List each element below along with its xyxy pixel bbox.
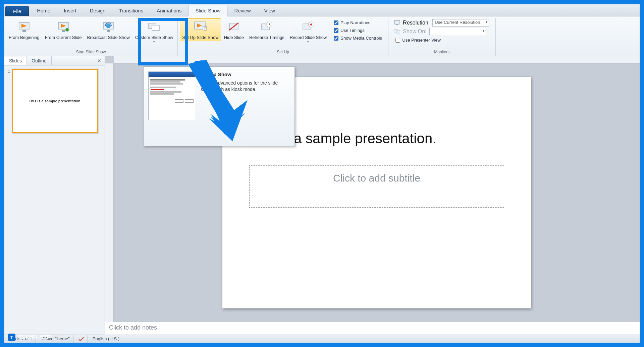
watermark-text-light: .NET [51,334,65,341]
tab-design[interactable]: Design [83,5,112,16]
status-bar: Slide 1 of 1 "Office Theme" English (U.S… [4,335,640,343]
watermark-text-bold: TEMPLATE [18,334,51,341]
ribbon: From Beginning From Current Slide Broadc… [4,16,640,56]
from-beginning-button[interactable]: From Beginning [6,18,42,41]
tooltip-set-up-show: Set Up Show Set up advanced options for … [143,66,295,146]
svg-rect-2 [22,30,26,32]
checkbox-icon[interactable] [334,20,338,25]
subtitle-placeholder[interactable]: Click to add subtitle [249,165,504,208]
svg-rect-9 [107,30,110,32]
setup-show-icon [193,20,207,34]
tab-view[interactable]: View [258,5,282,16]
custom-slide-show-button[interactable]: Custom Slide Show ▾ [133,18,175,45]
label: Show Media Controls [340,36,382,41]
svg-rect-11 [152,25,159,31]
panel-tab-slides[interactable]: Slides [4,56,27,65]
label: Rehearse Timings [249,35,284,40]
tab-file[interactable]: File [5,6,29,16]
watermark: T TEMPLATE.NET [8,334,65,341]
resolution-dropdown[interactable]: Use Current Resolution [432,19,489,27]
tab-review[interactable]: Review [227,5,257,16]
custom-show-icon [147,20,161,34]
resolution-label: Resolution: [403,20,430,26]
label: Play Narrations [340,20,370,25]
label: Record Slide Show [290,35,327,40]
projector-icon [17,20,31,34]
close-icon: ✕ [97,58,101,63]
show-on-dropdown[interactable] [429,28,486,35]
clock-icon [260,20,274,34]
checkbox-icon[interactable] [334,36,338,41]
tooltip-preview-icon [148,71,195,120]
svg-rect-25 [396,24,398,25]
svg-point-6 [65,28,69,32]
record-slide-show-button[interactable]: Record Slide Show ▾ [287,18,329,45]
tooltip-title: Set Up Show [201,71,281,77]
menu-tabs-row: File Home Insert Design Transitions Anim… [4,4,640,16]
hide-slide-button[interactable]: Hide Slide [222,18,246,41]
group-label: Start Slide Show [76,50,106,55]
set-up-slide-show-button[interactable]: Set Up Slide Show [180,18,221,41]
panel-tab-outline[interactable]: Outline [27,56,51,65]
monitor-icon [394,20,400,26]
use-presenter-view-checkbox[interactable]: Use Presenter View [394,37,442,44]
hide-slide-icon [227,20,241,34]
projector-current-icon [56,20,70,34]
group-label: Set Up [277,50,289,55]
checkbox-icon[interactable] [395,38,400,43]
label: Set Up Slide Show [182,35,218,40]
label: Use Timings [340,28,365,33]
slide-thumbnail-item[interactable]: 1 This is a sample presentation. [8,69,101,133]
use-timings-checkbox[interactable]: Use Timings [332,27,383,34]
play-narrations-checkbox[interactable]: Play Narrations [332,19,383,26]
tooltip-body: Set up advanced options for the slide sh… [201,80,281,93]
work-area: Slides Outline ✕ 1 This is a sample pres… [4,56,640,335]
status-language[interactable]: English (U.S.) [89,335,123,343]
thumbnail-preview[interactable]: This is a sample presentation. [12,69,98,133]
tab-insert[interactable]: Insert [57,5,83,16]
svg-rect-24 [394,20,400,24]
label: Broadcast Slide Show [87,35,130,40]
tab-slide-show[interactable]: Slide Show [188,5,227,16]
dual-monitor-icon [394,29,400,35]
svg-point-8 [106,23,111,28]
broadcast-slide-show-button[interactable]: Broadcast Slide Show [85,18,132,41]
svg-point-23 [310,23,312,26]
broadcast-icon [101,20,115,34]
label: Hide Slide [224,35,244,40]
status-spellcheck-icon[interactable] [75,335,88,343]
panel-tabs: Slides Outline ✕ [4,56,105,65]
record-icon [301,20,315,34]
powerpoint-window: File Home Insert Design Transitions Anim… [4,4,640,343]
group-label: Monitors [434,50,449,55]
ribbon-group-start-slide-show: From Beginning From Current Slide Broadc… [4,18,178,56]
vertical-ruler [105,63,114,322]
horizontal-ruler [114,56,640,63]
show-on-label: Show On: [403,29,426,35]
from-current-slide-button[interactable]: From Current Slide [43,18,84,41]
label: From Beginning [9,35,40,40]
show-media-controls-checkbox[interactable]: Show Media Controls [332,35,383,42]
svg-rect-27 [397,31,400,33]
tab-transitions[interactable]: Transitions [112,5,150,16]
tab-home[interactable]: Home [30,5,57,16]
thumbnail-number: 1 [8,69,10,133]
label: Custom Slide Show [135,35,173,40]
svg-rect-5 [62,30,65,32]
notes-pane[interactable]: Click to add notes [105,322,640,335]
slide-thumbnail-list[interactable]: 1 This is a sample presentation. [4,65,105,335]
label: Use Presenter View [402,38,441,43]
slides-panel: Slides Outline ✕ 1 This is a sample pres… [4,56,105,335]
panel-close-button[interactable]: ✕ [94,56,105,65]
label: From Current Slide [45,35,82,40]
tab-animations[interactable]: Animations [150,5,188,16]
checkbox-icon[interactable] [334,28,338,33]
ribbon-group-monitors: Resolution: Use Current Resolution Show … [388,18,496,56]
thumbnail-text: This is a sample presentation. [29,99,82,103]
watermark-logo-icon: T [8,334,15,341]
rehearse-timings-button[interactable]: Rehearse Timings [247,18,287,41]
ribbon-group-set-up: Set Up Slide Show Hide Slide Rehearse Ti… [178,18,388,56]
